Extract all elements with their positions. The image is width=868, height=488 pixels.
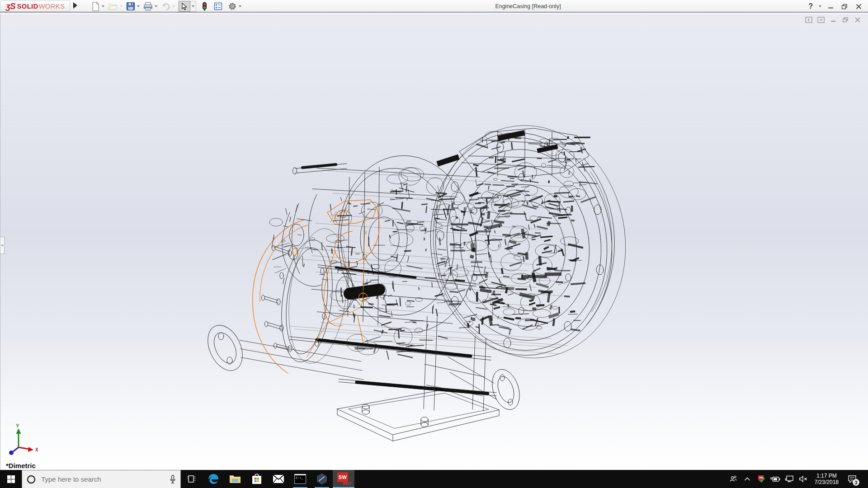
print-button[interactable] [142,1,158,11]
solidworks-logo-mark: ʒS [6,1,15,11]
graphics-viewport[interactable]: Y X *Dimetric [0,14,868,470]
network-status[interactable] [784,470,795,488]
windows-taskbar: C:\_ SW 2017 [0,470,868,488]
view-orientation-label: *Dimetric [6,462,36,469]
select-tool-button[interactable] [179,1,190,12]
restore-icon [841,4,848,9]
new-document-icon [91,2,100,11]
mail-icon [273,474,284,483]
minimize-icon [828,4,834,9]
new-document-dropdown[interactable] [102,5,104,7]
clock-date: 7/23/2018 [815,479,839,485]
triad-y-label: Y [16,423,19,428]
edge-browser-icon [208,473,219,485]
command-prompt-icon: C:\_ [294,474,306,484]
restore-button[interactable] [840,2,849,11]
volume-muted-icon [799,475,808,483]
triad-x-label: X [35,447,38,452]
tray-overflow-button[interactable] [742,470,753,488]
options-button[interactable] [227,1,242,11]
undo-dropdown[interactable] [172,5,175,7]
select-tool-group [179,1,196,12]
solidworks-logo-text-bold: SOLID [17,2,38,10]
taskbar-solidworks-button[interactable]: SW 2017 [333,470,354,488]
save-floppy-icon [126,2,135,11]
open-dropdown[interactable] [120,5,123,7]
save-dropdown[interactable] [137,5,140,7]
taskbar-store-button[interactable] [246,470,268,488]
start-button[interactable] [0,470,22,488]
solidworks-logo[interactable]: ʒS SOLID WORKS [0,0,70,12]
taskbar-composer-button[interactable] [311,470,333,488]
battery-plug-icon [770,476,780,482]
select-cursor-icon [181,3,188,10]
hexagon-app-icon [316,473,328,485]
open-folder-icon [108,2,118,11]
chevron-up-icon [744,477,750,481]
print-dropdown[interactable] [155,5,157,7]
search-input[interactable] [40,475,165,483]
rebuild-button[interactable] [201,1,208,12]
print-icon [143,2,153,11]
help-button[interactable]: ? [808,2,813,10]
taskbar-search-box[interactable] [22,470,181,488]
taskbar-clock[interactable]: 1:17 PM 7/23/2018 [812,473,841,485]
task-view-icon [187,474,196,483]
new-document-button[interactable] [90,1,105,12]
taskbar-mail-button[interactable] [268,470,289,488]
save-button[interactable] [125,1,141,11]
undo-arrow-icon [161,2,170,10]
help-dropdown[interactable] [819,5,821,7]
document-title: EngineCasing [Read-only] [495,0,561,13]
select-tool-dropdown[interactable] [190,1,196,12]
menu-flyout-arrow-icon[interactable] [73,2,77,9]
notification-badge: 3 [853,479,859,486]
taskbar-edge-button[interactable] [203,470,224,488]
title-bar: ʒS SOLID WORKS [0,0,868,13]
solidworks-logo-text-light: WORKS [38,2,65,10]
people-button[interactable] [728,470,739,488]
solidworks-check-icon: SW [757,474,766,483]
file-properties-button[interactable] [213,2,223,11]
orientation-triad: Y X [9,423,38,455]
action-center-button[interactable]: 3 [844,470,860,488]
open-button[interactable] [107,1,123,11]
engine-casing-wireframe[interactable]: Y X [0,14,868,470]
people-icon [729,475,737,483]
windows-logo-icon [7,475,15,483]
microphone-icon[interactable] [170,475,176,484]
solidworks-app-icon: SW 2017 [337,472,350,486]
options-dropdown[interactable] [239,5,241,7]
taskbar-command-prompt-button[interactable]: C:\_ [289,470,311,488]
solidworks-resource-monitor[interactable]: SW [756,470,767,488]
file-explorer-icon [229,474,241,484]
microsoft-store-icon [251,473,262,485]
window-controls: ? [808,0,863,13]
close-button[interactable] [854,2,863,11]
close-icon [856,4,862,9]
file-properties-icon [214,2,222,10]
minimize-button[interactable] [826,2,835,11]
rebuild-traffic-light-icon [202,2,208,11]
taskbar-file-explorer-button[interactable] [224,470,246,488]
clock-time: 1:17 PM [816,473,837,479]
cortana-icon [27,475,36,484]
options-gear-icon [228,2,237,11]
quick-access-toolbar [90,0,242,13]
power-status[interactable] [770,470,781,488]
system-tray: SW 1:17 PM [728,470,868,488]
ethernet-network-icon [785,475,794,483]
svg-text:SW: SW [759,476,764,479]
undo-button[interactable] [160,2,176,11]
volume-status[interactable] [798,470,809,488]
task-view-button[interactable] [181,470,203,488]
